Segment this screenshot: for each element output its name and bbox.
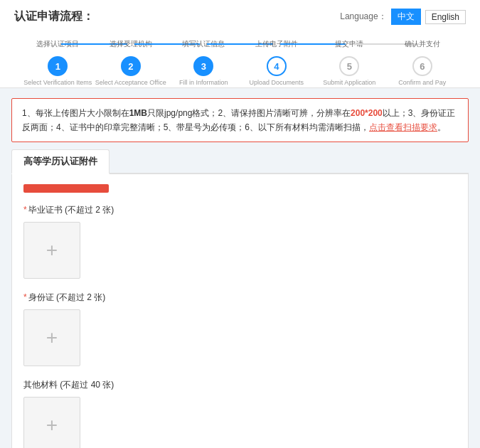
idcard-label: *身份证 (不超过 2 张): [23, 292, 457, 304]
language-label: Language：: [340, 11, 386, 23]
diploma-upload-section: *毕业证书 (不超过 2 张) +: [23, 204, 457, 279]
tab-higher-education[interactable]: 高等学历认证附件: [11, 149, 110, 174]
step-4: 上传电子附件 4 Upload Documents: [240, 33, 314, 87]
step-6-circle: 6: [412, 56, 432, 76]
step-2-label-cn: 选择受理机构: [110, 33, 152, 53]
step-1-label-cn: 选择认证项目: [36, 33, 79, 53]
lang-english-button[interactable]: English: [425, 10, 466, 24]
step-6-label-cn: 确认并支付: [405, 33, 440, 53]
step-2-circle: 2: [121, 56, 141, 76]
language-switcher: Language： 中文 English: [340, 9, 466, 25]
step-1-label-en: Select Verification Items: [23, 79, 92, 87]
step-3: 填写认证信息 3 Fill in Information: [167, 33, 240, 87]
step-6: 确认并支付 6 Confirm and Pay: [386, 33, 459, 87]
step-2-label-en: Select Acceptance Office: [95, 79, 166, 87]
scan-requirements-link[interactable]: 点击查看扫描要求: [369, 122, 437, 132]
page-title: 认证申请流程：: [14, 9, 94, 24]
notice-box: 1、每张上传图片大小限制在1MB只限jpg/png格式；2、请保持图片清晰可辨，…: [11, 98, 469, 143]
lang-chinese-button[interactable]: 中文: [391, 9, 421, 25]
tab-bar: 高等学历认证附件: [11, 149, 469, 174]
step-5: 提交申请 5 Submit Application: [313, 33, 386, 87]
idcard-plus-icon: +: [46, 328, 58, 348]
other-upload-box[interactable]: +: [23, 397, 80, 448]
other-label: 其他材料 (不超过 40 张): [23, 379, 457, 391]
step-2: 选择受理机构 2 Select Acceptance Office: [95, 33, 168, 87]
step-3-label-cn: 填写认证信息: [182, 33, 225, 53]
steps-bar: 选择认证项目 1 Select Verification Items 选择受理机…: [14, 33, 466, 87]
step-5-label-en: Submit Application: [323, 79, 375, 87]
notice-text: 1、每张上传图片大小限制在1MB只限jpg/png格式；2、请保持图片清晰可辨，…: [22, 106, 458, 135]
step-1: 选择认证项目 1 Select Verification Items: [21, 33, 95, 87]
step-5-circle: 5: [339, 56, 359, 76]
step-3-label-en: Fill in Information: [179, 79, 228, 87]
step-1-circle: 1: [48, 56, 68, 76]
step-4-label-en: Upload Documents: [249, 79, 304, 87]
other-plus-icon: +: [46, 415, 58, 435]
redacted-name-bar: [23, 184, 109, 193]
step-4-circle: 4: [267, 56, 287, 76]
idcard-upload-section: *身份证 (不超过 2 张) +: [23, 292, 457, 366]
diploma-plus-icon: +: [46, 240, 58, 260]
step-5-label-cn: 提交申请: [335, 33, 363, 53]
tab-area: 高等学历认证附件 *毕业证书 (不超过 2 张) + *身份证 (不超过 2 张…: [11, 149, 469, 448]
idcard-upload-box[interactable]: +: [23, 309, 80, 366]
step-6-label-en: Confirm and Pay: [398, 79, 446, 87]
idcard-required-star: *: [23, 292, 27, 302]
diploma-required-star: *: [23, 205, 27, 215]
step-3-circle: 3: [193, 56, 213, 76]
step-4-label-cn: 上传电子附件: [255, 33, 298, 53]
diploma-label: *毕业证书 (不超过 2 张): [23, 204, 457, 216]
upload-content: *毕业证书 (不超过 2 张) + *身份证 (不超过 2 张) + 其他材料 …: [11, 174, 469, 448]
diploma-upload-box[interactable]: +: [23, 222, 80, 279]
other-upload-section: 其他材料 (不超过 40 张) +: [23, 379, 457, 448]
